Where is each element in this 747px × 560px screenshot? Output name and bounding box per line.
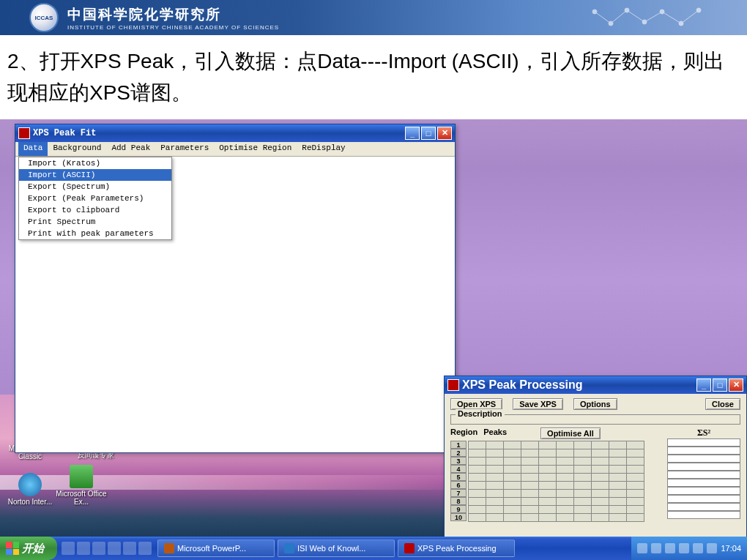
peaks-cell[interactable]	[486, 465, 504, 473]
menu-optimise-region[interactable]: Optimise Region	[214, 142, 297, 156]
options-button[interactable]: Options	[573, 398, 617, 410]
menu-item-import-ascii[interactable]: Import (ASCII)	[19, 169, 171, 181]
peaks-cell[interactable]	[486, 449, 504, 457]
peaks-cell[interactable]	[627, 481, 644, 489]
save-xps-button[interactable]: Save XPS	[513, 398, 563, 410]
peaks-cell[interactable]	[539, 497, 557, 505]
peaks-cell[interactable]	[469, 505, 486, 513]
peaks-cell[interactable]	[592, 497, 609, 505]
peaks-cell[interactable]	[557, 457, 574, 465]
region-row-number[interactable]: 3	[450, 457, 467, 465]
peaks-cell[interactable]	[469, 513, 486, 521]
peaks-cell[interactable]	[627, 473, 644, 481]
peaks-cell[interactable]	[609, 473, 627, 481]
region-row-number[interactable]: 9	[450, 505, 467, 513]
peaks-cell[interactable]	[592, 489, 609, 497]
peaks-cell[interactable]	[557, 513, 574, 521]
menu-item-export-spectrum[interactable]: Export (Spectrum)	[19, 181, 171, 193]
peaks-cell[interactable]	[592, 441, 609, 449]
peaks-cell[interactable]	[504, 513, 521, 521]
desktop-icon-norton[interactable]: Norton Inter...	[4, 473, 56, 506]
peaks-cell[interactable]	[627, 505, 644, 513]
close-button[interactable]: ✕	[437, 127, 452, 140]
peaks-cell[interactable]	[486, 505, 504, 513]
peaks-cell[interactable]	[539, 481, 557, 489]
taskbar-clock[interactable]: 17:04	[721, 544, 741, 553]
peaks-cell[interactable]	[609, 497, 627, 505]
peaks-cell[interactable]	[592, 481, 609, 489]
tray-icon[interactable]	[665, 543, 675, 553]
tray-icon[interactable]	[693, 543, 703, 553]
peaks-cell[interactable]	[469, 481, 486, 489]
menu-item-print-spectrum[interactable]: Print Spectrum	[19, 216, 171, 228]
region-row-number[interactable]: 1	[450, 441, 467, 449]
peaks-cell[interactable]	[504, 505, 521, 513]
region-row-number[interactable]: 7	[450, 489, 467, 497]
peaks-cell[interactable]	[521, 481, 539, 489]
peaks-cell[interactable]	[557, 441, 574, 449]
peaks-cell[interactable]	[486, 441, 504, 449]
peaks-cell[interactable]	[592, 505, 609, 513]
peaks-cell[interactable]	[504, 465, 521, 473]
peaks-cell[interactable]	[574, 497, 592, 505]
peaks-cell[interactable]	[504, 457, 521, 465]
peaks-cell[interactable]	[627, 449, 644, 457]
taskbar-item-xps-processing[interactable]: XPS Peak Processing	[398, 540, 515, 557]
peaks-cell[interactable]	[469, 497, 486, 505]
peaks-cell[interactable]	[609, 441, 627, 449]
peaks-cell[interactable]	[504, 473, 521, 481]
titlebar[interactable]: XPS Peak Processing _ □ ✕	[445, 376, 746, 394]
peaks-cell[interactable]	[574, 505, 592, 513]
peaks-cell[interactable]	[557, 465, 574, 473]
minimize-button[interactable]: _	[405, 127, 420, 140]
peaks-cell[interactable]	[486, 513, 504, 521]
optimise-all-button[interactable]: Optimise All	[540, 428, 601, 439]
tray-icon[interactable]	[679, 543, 689, 553]
peaks-cell[interactable]	[539, 505, 557, 513]
peaks-cell[interactable]	[609, 489, 627, 497]
tray-icon[interactable]	[637, 543, 647, 553]
taskbar-item-powerpoint[interactable]: Microsoft PowerP...	[157, 540, 275, 557]
peaks-cell[interactable]	[521, 465, 539, 473]
titlebar[interactable]: XPS Peak Fit _ □ ✕	[15, 124, 455, 142]
peaks-cell[interactable]	[574, 513, 592, 521]
quick-launch-icon[interactable]	[108, 542, 121, 555]
peaks-cell[interactable]	[557, 481, 574, 489]
peaks-cell[interactable]	[574, 465, 592, 473]
start-button[interactable]: 开始	[0, 537, 57, 560]
peaks-cell[interactable]	[609, 481, 627, 489]
peaks-cell[interactable]	[539, 449, 557, 457]
peaks-cell[interactable]	[539, 441, 557, 449]
region-row-number[interactable]: 4	[450, 465, 467, 473]
region-row-number[interactable]: 6	[450, 481, 467, 489]
peaks-cell[interactable]	[521, 473, 539, 481]
peaks-cell[interactable]	[521, 457, 539, 465]
menu-redisplay[interactable]: ReDisplay	[297, 142, 350, 156]
peaks-cell[interactable]	[504, 449, 521, 457]
taskbar-item-isi-web[interactable]: ISI Web of Knowl...	[278, 540, 395, 557]
peaks-cell[interactable]	[521, 505, 539, 513]
menu-item-import-kratos[interactable]: Import (Kratos)	[19, 157, 171, 169]
peaks-cell[interactable]	[486, 473, 504, 481]
peaks-cell[interactable]	[557, 473, 574, 481]
peaks-cell[interactable]	[486, 497, 504, 505]
maximize-button[interactable]: □	[713, 378, 727, 392]
peaks-cell[interactable]	[627, 465, 644, 473]
region-row-number[interactable]: 8	[450, 497, 467, 505]
menu-add-peak[interactable]: Add Peak	[106, 142, 155, 156]
minimize-button[interactable]: _	[696, 378, 711, 392]
peaks-cell[interactable]	[609, 513, 627, 521]
peaks-cell[interactable]	[469, 465, 486, 473]
region-row-number[interactable]: 10	[450, 513, 467, 521]
peaks-grid[interactable]	[468, 441, 644, 522]
peaks-cell[interactable]	[469, 441, 486, 449]
tray-icon[interactable]	[707, 543, 717, 553]
peaks-cell[interactable]	[627, 457, 644, 465]
peaks-cell[interactable]	[574, 449, 592, 457]
peaks-cell[interactable]	[574, 481, 592, 489]
peaks-cell[interactable]	[504, 481, 521, 489]
peaks-cell[interactable]	[539, 489, 557, 497]
peaks-cell[interactable]	[486, 457, 504, 465]
menu-item-print-with-peak-parameters[interactable]: Print with peak parameters	[19, 228, 171, 239]
tray-icon[interactable]	[651, 543, 661, 553]
